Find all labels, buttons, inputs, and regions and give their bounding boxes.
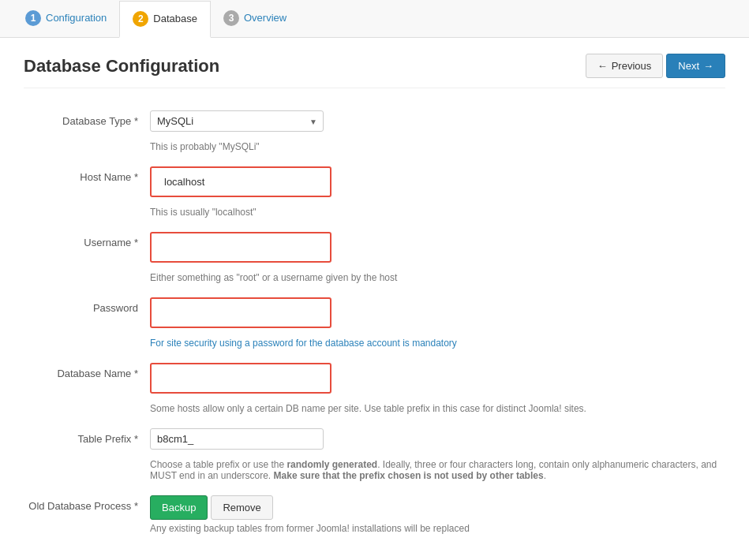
tab-configuration[interactable]: 1 Configuration (13, 1, 119, 37)
host-name-help-text: This is usually "localhost" (150, 207, 725, 218)
table-prefix-help-3: . (544, 470, 546, 481)
table-prefix-help-bold2: Make sure that the prefix chosen is not … (274, 470, 544, 481)
next-label: Next (678, 60, 699, 72)
db-type-label: Database Type * (24, 110, 150, 127)
remove-button[interactable]: Remove (211, 495, 272, 520)
arrow-left-icon: ← (597, 60, 608, 72)
password-help-row: For site security using a password for t… (24, 338, 725, 349)
nav-buttons: ← Previous Next → (586, 54, 725, 78)
database-form: Database Type * MySQLi MySQL (PDO) Postg… (24, 104, 725, 540)
table-prefix-label: Table Prefix * (24, 428, 150, 445)
password-bordered (150, 297, 331, 328)
password-label: Password (24, 297, 150, 314)
host-name-help-row: This is usually "localhost" (24, 207, 725, 218)
table-prefix-input[interactable] (150, 428, 324, 450)
db-name-help-row: Some hosts allow only a certain DB name … (24, 403, 725, 414)
db-name-field-wrapper (150, 363, 331, 394)
tab-label-configuration[interactable]: Configuration (46, 12, 107, 24)
page-title: Database Configuration (24, 56, 219, 77)
table-prefix-help-row: Choose a table prefix or use the randoml… (24, 459, 725, 481)
tab-badge-database: 2 (133, 11, 148, 27)
table-prefix-field (150, 428, 324, 450)
host-name-field-wrapper (150, 166, 331, 197)
username-field-wrapper (150, 232, 331, 263)
host-name-label: Host Name * (24, 166, 150, 183)
db-type-help-row: This is probably "MySQLi" (24, 141, 725, 152)
next-button[interactable]: Next → (666, 54, 725, 78)
username-label: Username * (24, 232, 150, 248)
db-type-row: Database Type * MySQLi MySQL (PDO) Postg… (24, 104, 725, 138)
db-type-select[interactable]: MySQLi MySQL (PDO) PostgreSQL (150, 110, 324, 132)
db-type-select-wrapper: MySQLi MySQL (PDO) PostgreSQL (150, 110, 324, 132)
arrow-right-icon: → (703, 60, 713, 72)
password-row: Password (24, 291, 725, 334)
username-row: Username * (24, 226, 725, 269)
tab-badge-overview: 3 (223, 10, 239, 26)
db-type-field: MySQLi MySQL (PDO) PostgreSQL (150, 110, 725, 132)
main-content: Database Configuration ← Previous Next →… (0, 38, 749, 556)
old-db-label: Old Database Process * (24, 495, 150, 512)
password-field-wrapper (150, 297, 331, 328)
db-name-help-text: Some hosts allow only a certain DB name … (150, 403, 725, 414)
host-name-input[interactable] (158, 172, 324, 192)
old-db-row: Old Database Process * Backup Remove Any… (24, 489, 725, 540)
tab-overview[interactable]: 3 Overview (211, 1, 299, 37)
table-prefix-help-bold1: randomly generated (286, 459, 377, 470)
tabs-bar: 1 Configuration 2 Database 3 Overview (0, 0, 749, 38)
tab-label-database: Database (153, 13, 197, 24)
host-name-row: Host Name * (24, 160, 725, 203)
db-type-help-text: This is probably "MySQLi" (150, 141, 725, 152)
tab-badge-configuration: 1 (25, 10, 41, 26)
table-prefix-help-1: Choose a table prefix or use the (150, 459, 286, 470)
old-db-field: Backup Remove Any existing backup tables… (150, 495, 470, 534)
table-prefix-help-text: Choose a table prefix or use the randoml… (150, 459, 725, 481)
host-name-bordered (150, 166, 331, 197)
password-input[interactable] (158, 303, 324, 323)
username-help-row: Either something as "root" or a username… (24, 272, 725, 283)
password-help-link-text: For site security using a password for t… (150, 338, 457, 349)
db-name-bordered (150, 363, 331, 394)
db-name-label: Database Name * (24, 363, 150, 379)
table-prefix-row: Table Prefix * (24, 422, 725, 456)
db-name-row: Database Name * (24, 357, 725, 400)
header-row: Database Configuration ← Previous Next → (24, 54, 725, 88)
previous-label: Previous (612, 60, 652, 72)
old-db-buttons: Backup Remove (150, 495, 470, 520)
old-db-help-text: Any existing backup tables from former J… (150, 523, 470, 534)
username-bordered (150, 232, 331, 263)
username-help-text: Either something as "root" or a username… (150, 272, 725, 283)
username-input[interactable] (158, 237, 324, 257)
previous-button[interactable]: ← Previous (586, 54, 664, 78)
tab-database[interactable]: 2 Database (119, 1, 211, 38)
tab-label-overview[interactable]: Overview (244, 12, 286, 24)
backup-button[interactable]: Backup (150, 495, 208, 520)
password-help-text: For site security using a password for t… (150, 338, 725, 349)
db-name-input[interactable] (158, 368, 324, 388)
